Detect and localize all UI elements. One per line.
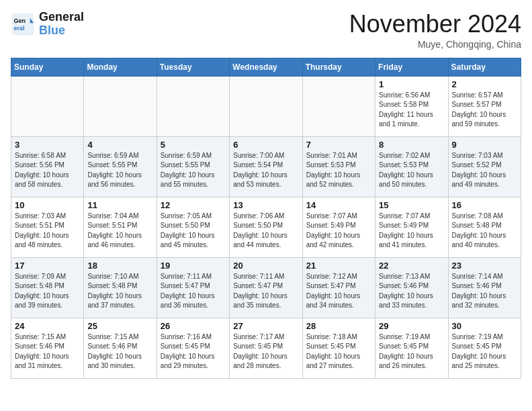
title-block: November 2024 Muye, Chongqing, China	[349, 11, 521, 50]
day-number: 12	[161, 200, 226, 210]
calendar-cell: 14Sunrise: 7:07 AM Sunset: 5:49 PM Dayli…	[302, 197, 375, 257]
day-number: 1	[379, 79, 444, 89]
calendar-cell: 8Sunrise: 7:02 AM Sunset: 5:53 PM Daylig…	[375, 136, 448, 197]
calendar-cell: 21Sunrise: 7:12 AM Sunset: 5:47 PM Dayli…	[302, 257, 375, 318]
logo-icon: Gen eral	[11, 12, 35, 36]
day-number: 23	[452, 261, 517, 271]
calendar-cell: 16Sunrise: 7:08 AM Sunset: 5:48 PM Dayli…	[448, 197, 521, 257]
svg-text:Gen: Gen	[14, 17, 26, 24]
day-number: 25	[87, 321, 152, 331]
day-info: Sunrise: 7:19 AM Sunset: 5:45 PM Dayligh…	[379, 332, 444, 371]
day-info: Sunrise: 7:18 AM Sunset: 5:45 PM Dayligh…	[306, 332, 371, 371]
day-number: 3	[15, 140, 80, 150]
day-number: 26	[161, 321, 226, 331]
calendar-cell: 26Sunrise: 7:16 AM Sunset: 5:45 PM Dayli…	[157, 318, 229, 378]
day-number: 17	[15, 261, 80, 271]
calendar-cell: 12Sunrise: 7:05 AM Sunset: 5:50 PM Dayli…	[157, 197, 229, 257]
day-info: Sunrise: 7:11 AM Sunset: 5:47 PM Dayligh…	[161, 272, 226, 311]
day-number: 11	[87, 200, 152, 210]
month-title: November 2024	[349, 11, 521, 38]
weekday-header-thursday: Thursday	[302, 58, 375, 76]
calendar-cell: 22Sunrise: 7:13 AM Sunset: 5:46 PM Dayli…	[375, 257, 448, 318]
logo-text: GeneralBlue	[39, 11, 84, 38]
day-number: 19	[161, 261, 226, 271]
svg-text:eral: eral	[14, 25, 25, 32]
calendar-cell: 5Sunrise: 6:59 AM Sunset: 5:55 PM Daylig…	[157, 136, 229, 197]
calendar-cell: 15Sunrise: 7:07 AM Sunset: 5:49 PM Dayli…	[375, 197, 448, 257]
day-number: 6	[233, 140, 298, 150]
calendar-cell: 1Sunrise: 6:56 AM Sunset: 5:58 PM Daylig…	[375, 76, 448, 136]
calendar-week-row: 1Sunrise: 6:56 AM Sunset: 5:58 PM Daylig…	[11, 76, 521, 136]
day-info: Sunrise: 7:02 AM Sunset: 5:53 PM Dayligh…	[379, 151, 444, 190]
day-info: Sunrise: 7:12 AM Sunset: 5:47 PM Dayligh…	[306, 272, 371, 311]
logo: Gen eral GeneralBlue	[11, 11, 84, 38]
calendar-cell: 9Sunrise: 7:03 AM Sunset: 5:52 PM Daylig…	[448, 136, 521, 197]
calendar-cell: 3Sunrise: 6:58 AM Sunset: 5:56 PM Daylig…	[11, 136, 84, 197]
calendar-week-row: 24Sunrise: 7:15 AM Sunset: 5:46 PM Dayli…	[11, 318, 521, 378]
day-number: 5	[161, 140, 226, 150]
day-number: 30	[452, 321, 517, 331]
day-info: Sunrise: 7:03 AM Sunset: 5:51 PM Dayligh…	[15, 212, 80, 250]
weekday-header-tuesday: Tuesday	[157, 58, 229, 76]
calendar-table: SundayMondayTuesdayWednesdayThursdayFrid…	[11, 58, 521, 379]
day-info: Sunrise: 7:03 AM Sunset: 5:52 PM Dayligh…	[452, 151, 517, 190]
day-info: Sunrise: 7:17 AM Sunset: 5:45 PM Dayligh…	[233, 332, 298, 371]
calendar-cell	[11, 76, 84, 136]
day-info: Sunrise: 7:00 AM Sunset: 5:54 PM Dayligh…	[233, 151, 298, 190]
day-info: Sunrise: 7:16 AM Sunset: 5:45 PM Dayligh…	[161, 332, 226, 371]
calendar-cell: 27Sunrise: 7:17 AM Sunset: 5:45 PM Dayli…	[230, 318, 302, 378]
calendar-cell: 7Sunrise: 7:01 AM Sunset: 5:53 PM Daylig…	[302, 136, 375, 197]
calendar-cell: 11Sunrise: 7:04 AM Sunset: 5:51 PM Dayli…	[84, 197, 157, 257]
day-number: 28	[306, 321, 371, 331]
day-number: 24	[15, 321, 80, 331]
page-header: Gen eral GeneralBlue November 2024 Muye,…	[11, 11, 521, 50]
day-info: Sunrise: 7:08 AM Sunset: 5:48 PM Dayligh…	[452, 212, 517, 250]
calendar-cell: 20Sunrise: 7:11 AM Sunset: 5:47 PM Dayli…	[230, 257, 302, 318]
weekday-header-monday: Monday	[84, 58, 157, 76]
day-info: Sunrise: 7:15 AM Sunset: 5:46 PM Dayligh…	[15, 332, 80, 371]
day-number: 8	[379, 140, 444, 150]
day-info: Sunrise: 7:06 AM Sunset: 5:50 PM Dayligh…	[233, 212, 298, 250]
day-number: 22	[379, 261, 444, 271]
calendar-cell: 28Sunrise: 7:18 AM Sunset: 5:45 PM Dayli…	[302, 318, 375, 378]
day-info: Sunrise: 7:19 AM Sunset: 5:45 PM Dayligh…	[452, 332, 517, 371]
calendar-cell: 25Sunrise: 7:15 AM Sunset: 5:46 PM Dayli…	[84, 318, 157, 378]
day-info: Sunrise: 6:58 AM Sunset: 5:56 PM Dayligh…	[15, 151, 80, 190]
day-number: 2	[452, 79, 517, 89]
day-info: Sunrise: 7:07 AM Sunset: 5:49 PM Dayligh…	[379, 212, 444, 250]
day-info: Sunrise: 6:56 AM Sunset: 5:58 PM Dayligh…	[379, 91, 444, 130]
calendar-cell: 17Sunrise: 7:09 AM Sunset: 5:48 PM Dayli…	[11, 257, 84, 318]
calendar-cell: 2Sunrise: 6:57 AM Sunset: 5:57 PM Daylig…	[448, 76, 521, 136]
day-info: Sunrise: 7:05 AM Sunset: 5:50 PM Dayligh…	[161, 212, 226, 250]
day-number: 27	[233, 321, 298, 331]
weekday-header-sunday: Sunday	[11, 58, 84, 76]
day-number: 21	[306, 261, 371, 271]
day-info: Sunrise: 7:13 AM Sunset: 5:46 PM Dayligh…	[379, 272, 444, 311]
calendar-cell	[230, 76, 302, 136]
calendar-header-row: SundayMondayTuesdayWednesdayThursdayFrid…	[11, 58, 521, 76]
calendar-cell: 4Sunrise: 6:59 AM Sunset: 5:55 PM Daylig…	[84, 136, 157, 197]
day-number: 20	[233, 261, 298, 271]
calendar-week-row: 10Sunrise: 7:03 AM Sunset: 5:51 PM Dayli…	[11, 197, 521, 257]
day-number: 13	[233, 200, 298, 210]
day-info: Sunrise: 7:01 AM Sunset: 5:53 PM Dayligh…	[306, 151, 371, 190]
calendar-cell: 23Sunrise: 7:14 AM Sunset: 5:46 PM Dayli…	[448, 257, 521, 318]
calendar-cell: 29Sunrise: 7:19 AM Sunset: 5:45 PM Dayli…	[375, 318, 448, 378]
day-number: 7	[306, 140, 371, 150]
day-number: 15	[379, 200, 444, 210]
day-info: Sunrise: 7:14 AM Sunset: 5:46 PM Dayligh…	[452, 272, 517, 311]
calendar-cell: 18Sunrise: 7:10 AM Sunset: 5:48 PM Dayli…	[84, 257, 157, 318]
calendar-week-row: 17Sunrise: 7:09 AM Sunset: 5:48 PM Dayli…	[11, 257, 521, 318]
calendar-cell: 24Sunrise: 7:15 AM Sunset: 5:46 PM Dayli…	[11, 318, 84, 378]
calendar-cell: 6Sunrise: 7:00 AM Sunset: 5:54 PM Daylig…	[230, 136, 302, 197]
day-info: Sunrise: 6:57 AM Sunset: 5:57 PM Dayligh…	[452, 91, 517, 130]
day-info: Sunrise: 6:59 AM Sunset: 5:55 PM Dayligh…	[87, 151, 152, 190]
calendar-week-row: 3Sunrise: 6:58 AM Sunset: 5:56 PM Daylig…	[11, 136, 521, 197]
day-number: 16	[452, 200, 517, 210]
weekday-header-wednesday: Wednesday	[230, 58, 302, 76]
day-info: Sunrise: 7:11 AM Sunset: 5:47 PM Dayligh…	[233, 272, 298, 311]
day-number: 10	[15, 200, 80, 210]
day-number: 4	[87, 140, 152, 150]
day-number: 29	[379, 321, 444, 331]
calendar-cell: 10Sunrise: 7:03 AM Sunset: 5:51 PM Dayli…	[11, 197, 84, 257]
